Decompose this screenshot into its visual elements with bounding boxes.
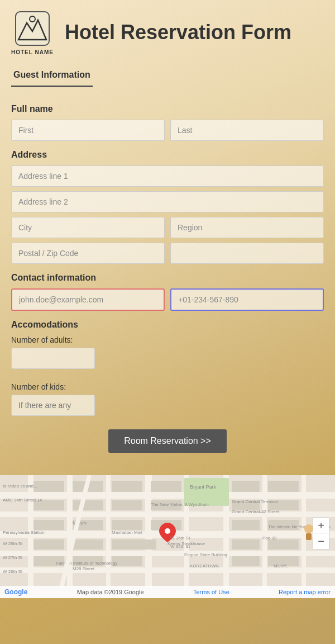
svg-text:Bryant Park: Bryant Park	[190, 484, 217, 490]
svg-text:The New Yorker, A Wyndham: The New Yorker, A Wyndham	[151, 502, 209, 507]
svg-rect-11	[106, 475, 111, 587]
address-line2-row	[11, 191, 324, 212]
svg-rect-39	[232, 539, 260, 550]
svg-rect-30	[34, 520, 64, 530]
adults-label: Number of adults:	[11, 335, 324, 344]
name-row	[11, 120, 324, 141]
svg-text:to Video cs and...: to Video cs and...	[3, 484, 37, 489]
logo-container: HOTEL NAME	[11, 9, 54, 55]
google-logo: Google	[4, 588, 27, 596]
svg-rect-32	[112, 520, 142, 530]
map-data-label: Map data ©2019 Google	[77, 589, 144, 595]
hotel-logo-icon	[13, 9, 52, 48]
svg-rect-21	[151, 481, 181, 492]
svg-rect-25	[73, 500, 103, 510]
region-input[interactable]	[170, 217, 324, 238]
adults-input[interactable]	[11, 348, 95, 369]
submit-row: Room Reservation >>	[11, 429, 324, 453]
address-label: Address	[11, 150, 324, 160]
svg-rect-44	[232, 556, 260, 566]
contact-label: Contact information	[11, 273, 324, 283]
report-link[interactable]: Report a map error	[279, 589, 331, 595]
header: HOTEL NAME Hotel Reservation Form	[0, 0, 335, 64]
logo-text: HOTEL NAME	[11, 49, 54, 55]
map-svg: Bryant Park Grand Central Terminal Grand…	[0, 475, 335, 598]
postal-input[interactable]	[11, 243, 165, 264]
svg-text:Manhattan Mall: Manhattan Mall	[112, 530, 142, 535]
map-footer: Google Map data ©2019 Google Terms of Us…	[0, 586, 335, 598]
accom-section: Number of adults: Number of kids:	[11, 335, 324, 424]
first-name-input[interactable]	[11, 120, 165, 141]
svg-text:AMC 34th Street 14: AMC 34th Street 14	[3, 498, 42, 503]
svg-rect-18	[34, 481, 64, 492]
svg-text:W 26th St: W 26th St	[3, 569, 23, 574]
city-region-row	[11, 217, 324, 238]
postal-country-row: United States	[11, 243, 324, 264]
svg-text:W 27th St: W 27th St	[3, 555, 23, 560]
svg-text:Grand Central-42 Street: Grand Central-42 Street	[232, 509, 280, 514]
svg-text:MURY...: MURY...	[274, 564, 290, 569]
svg-text:W 35th St: W 35th St	[170, 544, 190, 549]
phone-input[interactable]	[170, 288, 324, 311]
zoom-out-button[interactable]: −	[313, 533, 329, 549]
svg-rect-69	[306, 533, 312, 540]
kids-input[interactable]	[11, 395, 95, 416]
svg-rect-34	[232, 520, 260, 530]
svg-rect-38	[112, 539, 156, 550]
tab-guest-info[interactable]: Guest Information	[11, 64, 93, 87]
address-line2-input[interactable]	[11, 191, 324, 212]
svg-text:KOREATOWN: KOREATOWN	[190, 564, 219, 569]
room-reservation-button[interactable]: Room Reservation >>	[108, 429, 227, 453]
svg-text:W 29th St: W 29th St	[3, 541, 23, 546]
terms-link[interactable]: Terms of Use	[193, 589, 229, 595]
kids-label: Number of kids:	[11, 382, 324, 391]
page-title: Hotel Reservation Form	[65, 21, 291, 44]
tabs-container: Guest Information	[0, 64, 335, 87]
svg-rect-23	[268, 481, 299, 492]
svg-text:Pennsylvania Station: Pennsylvania Station	[3, 530, 45, 535]
svg-rect-15	[262, 475, 267, 587]
svg-rect-5	[0, 512, 335, 517]
map-container: Bryant Park Grand Central Terminal Grand…	[0, 475, 335, 598]
svg-rect-36	[34, 539, 64, 550]
svg-text:Empire State Building: Empire State Building	[184, 552, 227, 557]
svg-text:W 36th St: W 36th St	[170, 536, 190, 541]
svg-rect-37	[73, 539, 103, 550]
svg-point-67	[165, 528, 170, 534]
accom-label: Accomodations	[11, 320, 324, 330]
svg-rect-20	[112, 481, 142, 492]
full-name-label: Full name	[11, 104, 324, 114]
last-name-input[interactable]	[170, 120, 324, 141]
contact-row	[11, 288, 324, 311]
svg-rect-22	[232, 481, 260, 492]
map-zoom-controls: + −	[313, 517, 329, 550]
svg-text:Grand Central Terminal: Grand Central Terminal	[232, 499, 278, 504]
svg-rect-26	[112, 500, 142, 510]
country-input[interactable]: United States	[170, 243, 324, 264]
zoom-in-button[interactable]: +	[313, 518, 329, 533]
svg-text:Pod 39: Pod 39	[262, 536, 277, 541]
address-section: United States	[11, 165, 324, 264]
svg-rect-40	[268, 539, 299, 550]
city-input[interactable]	[11, 217, 165, 238]
address-line1-input[interactable]	[11, 165, 324, 187]
address-line1-row	[11, 165, 324, 187]
svg-rect-4	[0, 492, 335, 499]
email-input[interactable]	[11, 288, 165, 311]
svg-text:M28 Street: M28 Street	[73, 566, 95, 571]
svg-point-68	[304, 524, 313, 533]
form-container: Full name Address United States Contact …	[0, 87, 335, 475]
svg-rect-7	[0, 551, 335, 556]
